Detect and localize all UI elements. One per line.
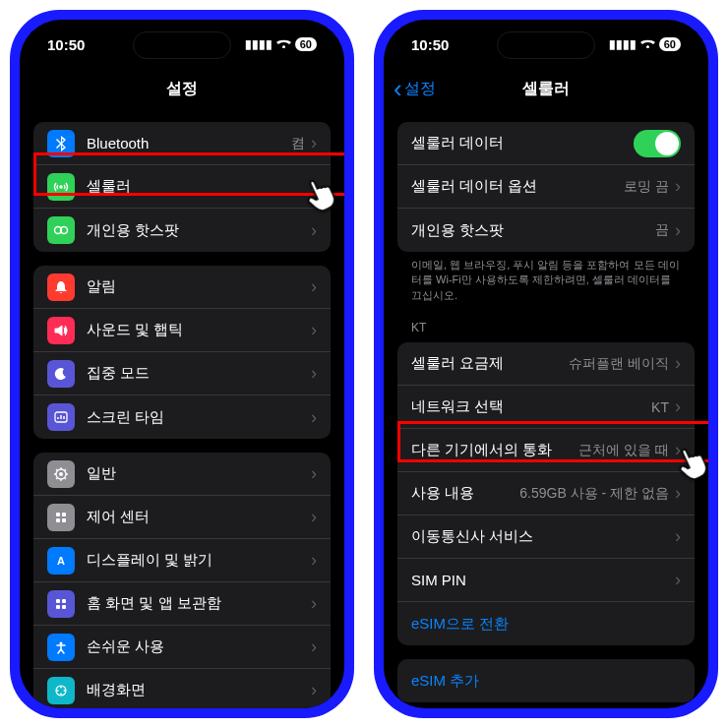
- chevron-icon: ›: [675, 396, 681, 417]
- svg-point-20: [57, 690, 59, 692]
- row-value: KT: [651, 399, 669, 415]
- svg-point-17: [60, 686, 62, 688]
- row-value: 끔: [655, 221, 669, 239]
- chevron-icon: ›: [311, 637, 317, 657]
- controlcenter-icon: [47, 504, 75, 531]
- row-label: 손쉬운 사용: [87, 637, 311, 656]
- nav-header: 설정: [20, 69, 344, 108]
- chevron-icon: ›: [311, 176, 317, 197]
- svg-rect-12: [62, 599, 66, 603]
- row-label: 셀룰러 데이터 옵션: [411, 177, 624, 196]
- chevron-icon: ›: [675, 220, 681, 241]
- row-label: 개인용 핫스팟: [87, 221, 311, 240]
- status-indicators: ▮▮▮▮ 60: [609, 37, 681, 51]
- row-label: 일반: [87, 464, 311, 483]
- row-value: 근처에 있을 때: [578, 442, 669, 459]
- row-wallpaper[interactable]: 배경화면 ›: [33, 669, 331, 708]
- sound-icon: [47, 317, 75, 344]
- row-bluetooth[interactable]: Bluetooth 켬 ›: [33, 122, 331, 165]
- battery-badge: 60: [659, 37, 681, 51]
- row-label: 셀룰러 데이터: [411, 134, 634, 152]
- row-simpin[interactable]: SIM PIN ›: [397, 559, 695, 602]
- row-label: 사운드 및 햅틱: [87, 321, 311, 339]
- svg-point-19: [60, 693, 62, 695]
- page-title: 설정: [166, 79, 198, 99]
- section-header-data: 셀룰러 데이터: [384, 702, 708, 708]
- footer-text: 이메일, 웹 브라우징, 푸시 알림 등을 포함하여 모든 데이터를 Wi-Fi…: [384, 252, 708, 307]
- chevron-icon: ›: [675, 353, 681, 374]
- bluetooth-icon: [47, 130, 75, 157]
- homescreen-icon: [47, 590, 75, 618]
- row-display[interactable]: A 디스플레이 및 밝기 ›: [33, 539, 331, 582]
- wifi-icon: [640, 37, 655, 51]
- svg-point-0: [60, 185, 62, 187]
- row-network[interactable]: 네트워크 선택 KT ›: [397, 386, 695, 429]
- row-accessibility[interactable]: 손쉬운 사용 ›: [33, 626, 331, 669]
- row-plan[interactable]: 셀룰러 요금제 슈퍼플랜 베이직 ›: [397, 342, 695, 386]
- chevron-icon: ›: [311, 363, 317, 384]
- back-button[interactable]: 설정: [394, 76, 436, 101]
- chevron-icon: ›: [675, 526, 681, 547]
- svg-rect-9: [62, 518, 66, 522]
- notifications-icon: [47, 273, 75, 301]
- row-esim-add[interactable]: eSIM 추가: [397, 659, 695, 702]
- svg-point-18: [64, 690, 66, 692]
- row-controlcenter[interactable]: 제어 센터 ›: [33, 496, 331, 539]
- row-hotspot[interactable]: 개인용 핫스팟 ›: [33, 209, 331, 252]
- row-cellular-data[interactable]: 셀룰러 데이터: [397, 122, 695, 165]
- chevron-icon: ›: [311, 133, 317, 153]
- row-label: eSIM으로 전환: [411, 615, 681, 634]
- section-header-kt: KT: [384, 307, 708, 338]
- signal-icon: ▮▮▮▮: [609, 37, 637, 51]
- chevron-icon: ›: [675, 570, 681, 590]
- general-icon: [47, 460, 75, 488]
- battery-badge: 60: [295, 37, 317, 51]
- row-sound[interactable]: 사운드 및 햅틱 ›: [33, 309, 331, 352]
- row-screentime[interactable]: 스크린 타임 ›: [33, 395, 331, 439]
- phone-left: 10:50 ▮▮▮▮ 60 설정 Bluetooth 켬 ›: [10, 10, 354, 718]
- row-carrier[interactable]: 이동통신사 서비스 ›: [397, 516, 695, 559]
- row-esim-convert[interactable]: eSIM으로 전환: [397, 602, 695, 645]
- row-label: SIM PIN: [411, 572, 675, 588]
- row-calls[interactable]: 다른 기기에서의 통화 근처에 있을 때 ›: [397, 429, 695, 472]
- row-label: 이동통신사 서비스: [411, 527, 675, 546]
- row-notifications[interactable]: 알림 ›: [33, 266, 331, 309]
- settings-list[interactable]: Bluetooth 켬 › 셀룰러 › 개인용 핫스팟 ›: [20, 108, 344, 708]
- svg-rect-8: [56, 518, 60, 522]
- row-cellular[interactable]: 셀룰러 ›: [33, 165, 331, 209]
- chevron-icon: ›: [311, 680, 317, 700]
- screentime-icon: [47, 403, 75, 431]
- group-esim-add: eSIM 추가: [397, 659, 695, 702]
- row-label: 셀룰러: [87, 177, 311, 196]
- row-focus[interactable]: 집중 모드 ›: [33, 352, 331, 395]
- screen-right: 10:50 ▮▮▮▮ 60 설정 셀룰러 셀룰러 데이터: [384, 20, 708, 708]
- svg-rect-14: [62, 605, 66, 609]
- status-time: 10:50: [47, 36, 85, 53]
- chevron-icon: ›: [675, 440, 681, 460]
- row-label: 알림: [87, 277, 311, 296]
- row-hotspot[interactable]: 개인용 핫스팟 끔 ›: [397, 209, 695, 252]
- row-label: 배경화면: [87, 681, 311, 699]
- dynamic-island: [133, 31, 231, 59]
- wallpaper-icon: [47, 677, 75, 704]
- row-general[interactable]: 일반 ›: [33, 453, 331, 496]
- dynamic-island: [497, 31, 595, 59]
- row-label: 셀룰러 요금제: [411, 354, 569, 373]
- svg-rect-7: [62, 513, 66, 516]
- row-label: 다른 기기에서의 통화: [411, 441, 578, 459]
- group-connectivity: Bluetooth 켬 › 셀룰러 › 개인용 핫스팟 ›: [33, 122, 331, 252]
- toggle-cellular-data[interactable]: [634, 130, 681, 157]
- screen-left: 10:50 ▮▮▮▮ 60 설정 Bluetooth 켬 ›: [20, 20, 344, 708]
- row-data-options[interactable]: 셀룰러 데이터 옵션 로밍 끔 ›: [397, 165, 695, 209]
- row-label: 제어 센터: [87, 508, 311, 526]
- row-value: 켬: [291, 135, 305, 152]
- row-usage[interactable]: 사용 내용 6.59GB 사용 - 제한 없음 ›: [397, 472, 695, 516]
- row-homescreen[interactable]: 홈 화면 및 앱 보관함 ›: [33, 582, 331, 626]
- cellular-list[interactable]: 셀룰러 데이터 셀룰러 데이터 옵션 로밍 끔 › 개인용 핫스팟 끔 › 이메…: [384, 108, 708, 708]
- row-label: 홈 화면 및 앱 보관함: [87, 594, 311, 613]
- accessibility-icon: [47, 634, 75, 661]
- row-label: Bluetooth: [87, 135, 291, 152]
- chevron-icon: ›: [311, 407, 317, 428]
- row-label: 네트워크 선택: [411, 397, 651, 416]
- chevron-icon: ›: [311, 276, 317, 297]
